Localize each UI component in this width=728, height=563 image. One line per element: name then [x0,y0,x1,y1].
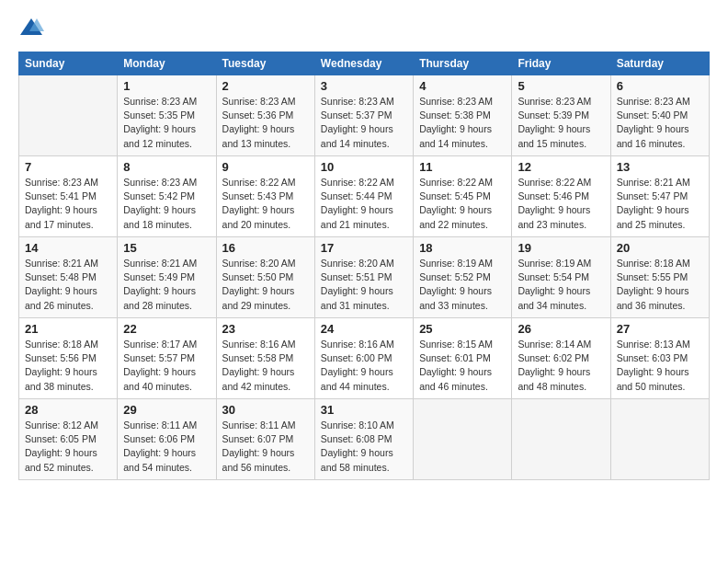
day-number: 7 [25,160,111,174]
calendar-cell: 6Sunrise: 8:23 AM Sunset: 5:40 PM Daylig… [610,75,709,156]
day-info: Sunrise: 8:18 AM Sunset: 5:56 PM Dayligh… [25,338,111,394]
day-number: 22 [123,322,210,336]
calendar-cell: 23Sunrise: 8:16 AM Sunset: 5:58 PM Dayli… [216,318,314,399]
day-info: Sunrise: 8:16 AM Sunset: 6:00 PM Dayligh… [321,338,407,394]
calendar-cell: 26Sunrise: 8:14 AM Sunset: 6:02 PM Dayli… [512,318,610,399]
calendar-week-row: 1Sunrise: 8:23 AM Sunset: 5:35 PM Daylig… [19,75,710,156]
day-number: 31 [321,403,407,417]
header-row: SundayMondayTuesdayWednesdayThursdayFrid… [19,52,710,75]
calendar-cell: 19Sunrise: 8:19 AM Sunset: 5:54 PM Dayli… [512,237,610,318]
calendar-cell: 29Sunrise: 8:11 AM Sunset: 6:06 PM Dayli… [118,399,216,480]
calendar-cell: 25Sunrise: 8:15 AM Sunset: 6:01 PM Dayli… [414,318,512,399]
day-info: Sunrise: 8:22 AM Sunset: 5:44 PM Dayligh… [321,176,407,232]
calendar-week-row: 28Sunrise: 8:12 AM Sunset: 6:05 PM Dayli… [19,399,710,480]
weekday-header: Wednesday [314,52,413,75]
day-number: 6 [617,79,703,93]
calendar-cell: 8Sunrise: 8:23 AM Sunset: 5:42 PM Daylig… [118,156,216,237]
calendar-cell: 1Sunrise: 8:23 AM Sunset: 5:35 PM Daylig… [118,75,216,156]
day-number: 5 [518,79,604,93]
calendar-cell: 28Sunrise: 8:12 AM Sunset: 6:05 PM Dayli… [19,399,118,480]
day-info: Sunrise: 8:11 AM Sunset: 6:07 PM Dayligh… [222,419,309,475]
day-info: Sunrise: 8:10 AM Sunset: 6:08 PM Dayligh… [321,419,407,475]
day-info: Sunrise: 8:19 AM Sunset: 5:52 PM Dayligh… [419,257,506,313]
day-info: Sunrise: 8:23 AM Sunset: 5:42 PM Dayligh… [123,176,210,232]
calendar-cell: 31Sunrise: 8:10 AM Sunset: 6:08 PM Dayli… [314,399,413,480]
calendar-cell: 12Sunrise: 8:22 AM Sunset: 5:46 PM Dayli… [512,156,610,237]
calendar-week-row: 21Sunrise: 8:18 AM Sunset: 5:56 PM Dayli… [19,318,710,399]
calendar-cell [19,75,118,156]
day-info: Sunrise: 8:22 AM Sunset: 5:45 PM Dayligh… [419,176,506,232]
day-number: 11 [419,160,506,174]
logo [18,15,48,40]
calendar-body: 1Sunrise: 8:23 AM Sunset: 5:35 PM Daylig… [19,75,710,480]
header [18,15,710,40]
day-info: Sunrise: 8:23 AM Sunset: 5:39 PM Dayligh… [518,95,604,151]
day-info: Sunrise: 8:16 AM Sunset: 5:58 PM Dayligh… [222,338,309,394]
calendar-week-row: 14Sunrise: 8:21 AM Sunset: 5:48 PM Dayli… [19,237,710,318]
calendar-cell: 17Sunrise: 8:20 AM Sunset: 5:51 PM Dayli… [314,237,413,318]
day-number: 4 [419,79,506,93]
calendar-week-row: 7Sunrise: 8:23 AM Sunset: 5:41 PM Daylig… [19,156,710,237]
day-number: 30 [222,403,309,417]
day-number: 1 [123,79,210,93]
day-number: 10 [321,160,407,174]
day-number: 25 [419,322,506,336]
calendar-cell: 2Sunrise: 8:23 AM Sunset: 5:36 PM Daylig… [216,75,314,156]
day-info: Sunrise: 8:21 AM Sunset: 5:49 PM Dayligh… [123,257,210,313]
weekday-header: Friday [512,52,610,75]
calendar-cell: 20Sunrise: 8:18 AM Sunset: 5:55 PM Dayli… [610,237,709,318]
day-info: Sunrise: 8:20 AM Sunset: 5:50 PM Dayligh… [222,257,309,313]
day-info: Sunrise: 8:12 AM Sunset: 6:05 PM Dayligh… [25,419,111,475]
calendar-header: SundayMondayTuesdayWednesdayThursdayFrid… [19,52,710,75]
calendar-cell: 30Sunrise: 8:11 AM Sunset: 6:07 PM Dayli… [216,399,314,480]
calendar-cell: 27Sunrise: 8:13 AM Sunset: 6:03 PM Dayli… [610,318,709,399]
calendar-table: SundayMondayTuesdayWednesdayThursdayFrid… [18,52,710,480]
weekday-header: Saturday [610,52,709,75]
day-info: Sunrise: 8:21 AM Sunset: 5:47 PM Dayligh… [617,176,703,232]
calendar-cell: 3Sunrise: 8:23 AM Sunset: 5:37 PM Daylig… [314,75,413,156]
calendar-cell: 4Sunrise: 8:23 AM Sunset: 5:38 PM Daylig… [414,75,512,156]
day-number: 15 [123,241,210,255]
calendar-cell: 14Sunrise: 8:21 AM Sunset: 5:48 PM Dayli… [19,237,118,318]
calendar-cell: 9Sunrise: 8:22 AM Sunset: 5:43 PM Daylig… [216,156,314,237]
day-number: 16 [222,241,309,255]
day-number: 27 [617,322,703,336]
weekday-header: Sunday [19,52,118,75]
day-number: 23 [222,322,309,336]
calendar-cell: 11Sunrise: 8:22 AM Sunset: 5:45 PM Dayli… [414,156,512,237]
calendar-cell: 21Sunrise: 8:18 AM Sunset: 5:56 PM Dayli… [19,318,118,399]
day-info: Sunrise: 8:13 AM Sunset: 6:03 PM Dayligh… [617,338,703,394]
day-info: Sunrise: 8:23 AM Sunset: 5:36 PM Dayligh… [222,95,309,151]
day-number: 28 [25,403,111,417]
day-info: Sunrise: 8:23 AM Sunset: 5:35 PM Dayligh… [123,95,210,151]
day-info: Sunrise: 8:11 AM Sunset: 6:06 PM Dayligh… [123,419,210,475]
day-number: 14 [25,241,111,255]
calendar-cell: 15Sunrise: 8:21 AM Sunset: 5:49 PM Dayli… [118,237,216,318]
logo-icon [18,15,44,40]
weekday-header: Thursday [414,52,512,75]
calendar-cell: 13Sunrise: 8:21 AM Sunset: 5:47 PM Dayli… [610,156,709,237]
day-info: Sunrise: 8:23 AM Sunset: 5:41 PM Dayligh… [25,176,111,232]
weekday-header: Monday [118,52,216,75]
calendar-cell: 7Sunrise: 8:23 AM Sunset: 5:41 PM Daylig… [19,156,118,237]
day-info: Sunrise: 8:14 AM Sunset: 6:02 PM Dayligh… [518,338,604,394]
day-number: 13 [617,160,703,174]
day-info: Sunrise: 8:17 AM Sunset: 5:57 PM Dayligh… [123,338,210,394]
day-number: 26 [518,322,604,336]
day-info: Sunrise: 8:23 AM Sunset: 5:40 PM Dayligh… [617,95,703,151]
day-info: Sunrise: 8:20 AM Sunset: 5:51 PM Dayligh… [321,257,407,313]
day-info: Sunrise: 8:15 AM Sunset: 6:01 PM Dayligh… [419,338,506,394]
day-number: 20 [617,241,703,255]
day-info: Sunrise: 8:23 AM Sunset: 5:37 PM Dayligh… [321,95,407,151]
day-number: 2 [222,79,309,93]
day-number: 18 [419,241,506,255]
day-number: 12 [518,160,604,174]
day-info: Sunrise: 8:19 AM Sunset: 5:54 PM Dayligh… [518,257,604,313]
day-info: Sunrise: 8:23 AM Sunset: 5:38 PM Dayligh… [419,95,506,151]
day-number: 19 [518,241,604,255]
calendar-cell [512,399,610,480]
day-info: Sunrise: 8:21 AM Sunset: 5:48 PM Dayligh… [25,257,111,313]
day-number: 9 [222,160,309,174]
day-info: Sunrise: 8:22 AM Sunset: 5:46 PM Dayligh… [518,176,604,232]
day-number: 21 [25,322,111,336]
